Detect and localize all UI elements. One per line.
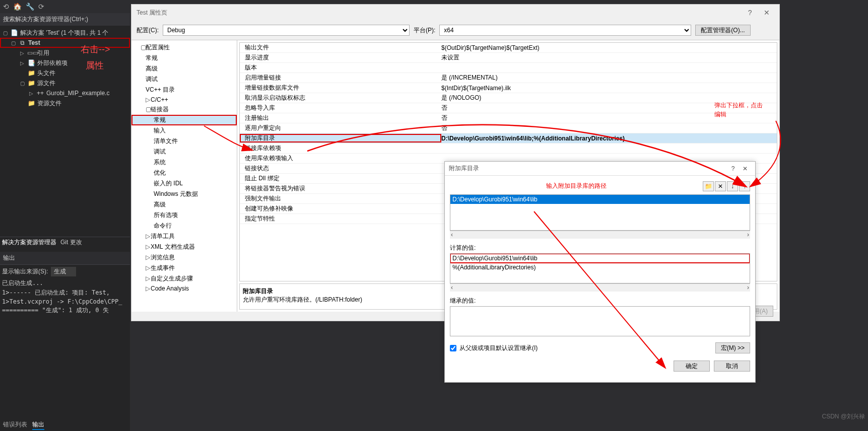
property-value: 未设置	[441, 53, 777, 62]
property-key: 启用增量链接	[240, 74, 441, 82]
new-folder-icon[interactable]: 📁	[703, 181, 714, 191]
close-icon[interactable]: ✕	[739, 165, 751, 172]
tree-item[interactable]: 嵌入的 IDL	[131, 178, 237, 189]
sub-dialog-title: 附加库目录	[449, 164, 479, 173]
output-line: 已启动生成...	[0, 278, 130, 288]
tree-item[interactable]: 高级	[131, 199, 237, 210]
property-row[interactable]: 版本	[240, 63, 777, 73]
scrollbar[interactable]: ‹›	[450, 231, 750, 239]
project-node[interactable]: ▢⧉Test	[0, 38, 130, 48]
annotation-dropdown-hint: 弹出下拉框，点击编辑	[714, 101, 763, 119]
back-icon[interactable]: ⟲	[3, 3, 9, 11]
tab-output[interactable]: 输出	[32, 420, 44, 430]
move-down-icon[interactable]: ↓	[727, 181, 738, 191]
tree-label: 头文件	[37, 69, 55, 78]
solution-label: 解决方案 'Test' (1 个项目, 共 1 个	[20, 29, 108, 37]
tab-git[interactable]: Git 更改	[60, 238, 82, 247]
tree-item[interactable]: ▷浏览信息	[131, 252, 237, 263]
tree-config-properties[interactable]: ▢配置属性	[131, 42, 237, 53]
property-key: 链接库依赖项	[240, 144, 441, 153]
search-input[interactable]: 搜索解决方案资源管理器(Ctrl+;)	[0, 13, 130, 26]
tree-item[interactable]: 优化	[131, 168, 237, 178]
tree-item[interactable]: 所有选项	[131, 210, 237, 221]
tree-item[interactable]: 清单文件	[131, 136, 237, 147]
property-row[interactable]: 显示进度未设置	[240, 53, 777, 63]
refresh-icon[interactable]: ⟳	[38, 3, 44, 11]
move-up-icon[interactable]: ↑	[739, 181, 750, 191]
solution-node[interactable]: ▢📄解决方案 'Test' (1 个项目, 共 1 个	[0, 28, 130, 38]
tree-linker-general[interactable]: 常规	[131, 115, 237, 125]
property-row[interactable]: 取消显示启动版权标志是 (/NOLOGO)	[240, 93, 777, 103]
property-row[interactable]: 忽略导入库否	[240, 103, 777, 113]
property-key: 输出文件	[240, 43, 441, 52]
ok-button[interactable]: 确定	[674, 361, 710, 372]
tree-item[interactable]: 高级	[131, 63, 237, 74]
output-line: ========== "生成": 1 成功, 0 失	[0, 306, 130, 315]
directories-list[interactable]: D:\Develop\Gurobi951\win64\lib	[450, 194, 750, 231]
tree-linker[interactable]: ▢链接器	[131, 104, 237, 115]
delete-icon[interactable]: ✕	[715, 181, 726, 191]
property-row[interactable]: 输出文件$(OutDir)$(TargetName)$(TargetExt)	[240, 43, 777, 53]
calculated-values: D:\Develop\Gurobi951\win64\lib %(Additio…	[450, 253, 750, 283]
property-row[interactable]: 链接库依赖项	[240, 143, 777, 154]
property-key: 版本	[240, 63, 441, 72]
platform-combo[interactable]: x64	[439, 25, 691, 36]
property-key: 附加库目录	[240, 134, 441, 142]
tree-item[interactable]: 调试	[131, 147, 237, 157]
cancel-button[interactable]: 取消	[714, 361, 750, 372]
property-row[interactable]: 增量链接数据库文件$(IntDir)$(TargetName).ilk	[240, 83, 777, 93]
tree-item[interactable]: ▷Code Analysis	[131, 284, 237, 293]
config-toolbar: 配置(C): Debug 平台(P): x64 配置管理器(O)...	[131, 21, 779, 40]
headers-node[interactable]: 📁头文件	[0, 68, 130, 78]
platform-label: 平台(P):	[414, 26, 435, 35]
home-icon[interactable]: 🏠	[13, 3, 22, 11]
help-icon[interactable]: ?	[727, 165, 739, 172]
tab-error-list[interactable]: 错误列表	[3, 420, 27, 430]
output-line: 1>------ 已启动生成: 项目: Test,	[0, 288, 130, 298]
watermark: CSDN @刘兴禄	[822, 412, 865, 421]
property-tree[interactable]: ▢配置属性 常规 高级 调试 VC++ 目录 ▷C/C++ ▢链接器 常规 输入…	[131, 40, 237, 312]
tree-item[interactable]: ▷XML 文档生成器	[131, 242, 237, 252]
tree-item[interactable]: ▷生成事件	[131, 263, 237, 273]
output-source-combo[interactable]: 生成	[51, 267, 76, 276]
property-row[interactable]: 逐用户重定向否	[240, 123, 777, 133]
resources-node[interactable]: 📁资源文件	[0, 98, 130, 108]
tree-item[interactable]: 命令行	[131, 221, 237, 231]
source-file-node[interactable]: ▷++Gurobi_MIP_example.c	[0, 88, 130, 98]
property-row[interactable]: 启用增量链接是 (/INCREMENTAL)	[240, 73, 777, 83]
solution-toolbar: ⟲ 🏠 🔧 ⟳	[0, 0, 130, 13]
property-value: $(OutDir)$(TargetName)$(TargetExt)	[441, 44, 777, 51]
external-deps-node[interactable]: ▷📑外部依赖项	[0, 58, 130, 68]
inherit-checkbox[interactable]	[450, 345, 456, 351]
output-header: 输出	[0, 252, 130, 265]
references-node[interactable]: ▷▭▭引用	[0, 48, 130, 58]
tree-item[interactable]: VC++ 目录	[131, 85, 237, 95]
tree-item[interactable]: Windows 元数据	[131, 189, 237, 199]
sources-node[interactable]: ▢📁源文件	[0, 78, 130, 88]
list-item[interactable]: D:\Develop\Gurobi951\win64\lib	[450, 195, 750, 204]
close-icon[interactable]: ✕	[759, 9, 774, 17]
scrollbar[interactable]: ‹›	[450, 283, 750, 292]
property-row[interactable]: 附加库目录D:\Develop\Gurobi951\win64\lib;%(Ad…	[240, 133, 777, 143]
tab-solution-explorer[interactable]: 解决方案资源管理器	[2, 238, 56, 247]
property-key: 增量链接数据库文件	[240, 84, 441, 92]
list-item: D:\Develop\Gurobi951\win64\lib	[450, 254, 750, 263]
annotation-input-hint: 输入附加目录库的路径	[450, 180, 703, 192]
tree-item[interactable]: 系统	[131, 157, 237, 168]
tree-item[interactable]: ▷自定义生成步骤	[131, 273, 237, 284]
additional-lib-dirs-dialog: 附加库目录 ?✕ 输入附加目录库的路径 📁 ✕ ↓ ↑ D:\Develop\G…	[444, 161, 756, 383]
tree-item[interactable]: 常规	[131, 53, 237, 63]
property-row[interactable]: 注册输出否	[240, 113, 777, 123]
wrench-icon[interactable]: 🔧	[26, 3, 34, 11]
config-combo[interactable]: Debug	[163, 25, 410, 36]
calculated-label: 计算的值:	[450, 244, 750, 252]
tree-item[interactable]: 调试	[131, 74, 237, 85]
dialog-title-bar: Test 属性页 ? ✕	[131, 5, 779, 21]
help-icon[interactable]: ?	[743, 9, 758, 17]
tree-item[interactable]: 输入	[131, 125, 237, 136]
config-manager-button[interactable]: 配置管理器(O)...	[695, 25, 750, 36]
macros-button[interactable]: 宏(M) >>	[715, 342, 750, 353]
property-key: 忽略导入库	[240, 104, 441, 112]
tree-item[interactable]: ▷清单工具	[131, 231, 237, 242]
tree-cpp[interactable]: ▷C/C++	[131, 95, 237, 104]
